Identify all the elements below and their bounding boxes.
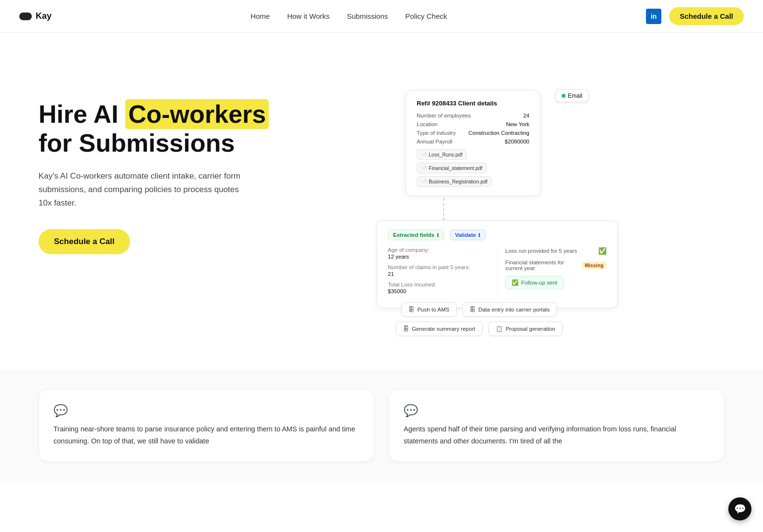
action-row-2: 🗄 Generate summary report 📋 Proposal gen… [396, 322, 563, 336]
validate-col-right: Loss run provided for 5 years ✅ Financia… [497, 247, 606, 299]
hero-section: Hire AI Co-workersfor Submissions Kay's … [0, 33, 763, 370]
testimonials-section: 💬 Training near-shore teams to parse ins… [0, 370, 763, 481]
nav-links: Home How it Works Submissions Policy Che… [250, 12, 447, 20]
hero-title-part1: Hire AI [39, 100, 125, 128]
claims-value: 21 [388, 271, 491, 277]
push-to-ams-button[interactable]: 🗄 Push to AMS [401, 302, 456, 317]
file-icon: 📄 [421, 166, 427, 171]
nav-policy-check[interactable]: Policy Check [405, 12, 447, 20]
extracted-data-grid: Age of company: 12 years Number of claim… [388, 247, 606, 299]
extracted-tag: Extracted fields ℹ [388, 230, 444, 240]
file-loss-runs: 📄 Loss_Runs.pdf [417, 149, 467, 160]
email-label: Email [568, 92, 582, 99]
payroll-label: Annual Payroll [417, 139, 452, 144]
nav-submissions[interactable]: Submissions [347, 12, 388, 20]
data-entry-icon: 🗄 [470, 306, 475, 313]
extracted-tag-label: Extracted fields [393, 232, 434, 238]
payroll-value: $2080000 [505, 139, 529, 144]
industry-label: Type of industry [417, 130, 456, 136]
action-buttons-group: 🗄 Push to AMS 🗄 Data entry into carrier … [396, 302, 563, 336]
hero-content: Hire AI Co-workersfor Submissions Kay's … [39, 71, 270, 254]
linkedin-icon[interactable]: in [646, 9, 661, 24]
proposal-button[interactable]: 📋 Proposal generation [488, 322, 563, 336]
hero-description: Kay's AI Co-workers automate client inta… [39, 169, 241, 210]
data-entry-button[interactable]: 🗄 Data entry into carrier portals [462, 302, 557, 317]
testimonial-chat-icon-2: 💬 [404, 404, 710, 417]
field-employees: Number of employees 24 [417, 113, 529, 118]
total-loss: Total Loss Incurred: $35000 [388, 282, 491, 294]
testimonial-text-2: Agents spend half of their time parsing … [404, 423, 710, 447]
nav-right: in Schedule a Call [646, 7, 744, 25]
claims-count: Number of claims in past 5 years: 21 [388, 264, 491, 277]
logo[interactable]: Kay [19, 11, 52, 21]
followup-badge: ✅ Follow-up sent [505, 276, 564, 289]
location-label: Location [417, 121, 437, 127]
ui-demo: Email Ref# 9208433 Client details Number… [377, 81, 618, 341]
financial-validation: Financial statements for current year: M… [505, 260, 606, 271]
hero-title: Hire AI Co-workersfor Submissions [39, 100, 270, 158]
navigation: Kay Home How it Works Submissions Policy… [0, 0, 763, 33]
extracted-col-left: Age of company: 12 years Number of claim… [388, 247, 497, 299]
testimonial-chat-icon-1: 💬 [53, 404, 359, 417]
schedule-call-hero-button[interactable]: Schedule a Call [39, 229, 130, 254]
testimonial-card-1: 💬 Training near-shore teams to parse ins… [39, 389, 374, 462]
age-of-company: Age of company: 12 years [388, 247, 491, 260]
validate-tag: Validate ℹ [450, 230, 486, 240]
report-icon: 🗄 [403, 325, 409, 332]
file-list: 📄 Loss_Runs.pdf 📄 Financial_statement.pd… [417, 149, 529, 187]
field-location: Location New York [417, 121, 529, 127]
info-icon: ℹ [437, 233, 439, 238]
email-status-dot [562, 94, 566, 98]
employees-label: Number of employees [417, 113, 471, 118]
testimonial-card-2: 💬 Agents spend half of their time parsin… [389, 389, 724, 462]
missing-badge: Missing [582, 261, 606, 269]
file-icon: 📄 [421, 152, 427, 157]
check-followup-icon: ✅ [512, 279, 518, 286]
location-value: New York [506, 121, 529, 127]
data-entry-label: Data entry into carrier portals [478, 307, 550, 312]
file-name: Business_Registration.pdf [429, 179, 487, 184]
ams-icon: 🗄 [408, 306, 414, 313]
client-card-title: Ref# 9208433 Client details [417, 100, 529, 107]
check-icon: ✅ [598, 247, 606, 255]
loss-label: Total Loss Incurred: [388, 282, 491, 287]
action-row-1: 🗄 Push to AMS 🗄 Data entry into carrier … [401, 302, 557, 317]
client-details-card: Ref# 9208433 Client details Number of em… [406, 91, 540, 196]
age-label: Age of company: [388, 247, 491, 253]
nav-home[interactable]: Home [250, 12, 270, 20]
loss-run-label: Loss run provided for 5 years [505, 248, 577, 254]
industry-value: Construction Contracting [468, 130, 529, 136]
file-name: Financial_statement.pdf [429, 165, 482, 171]
field-industry: Type of industry Construction Contractin… [417, 130, 529, 136]
employees-value: 24 [523, 113, 529, 118]
proposal-label: Proposal generation [506, 326, 555, 332]
file-financial: 📄 Financial_statement.pdf [417, 163, 487, 173]
loss-run-validation: Loss run provided for 5 years ✅ [505, 247, 606, 255]
ams-label: Push to AMS [417, 307, 449, 312]
validate-tag-label: Validate [455, 232, 476, 238]
file-name: Loss_Runs.pdf [429, 152, 462, 157]
claims-label: Number of claims in past 5 years: [388, 264, 491, 270]
age-value: 12 years [388, 254, 491, 260]
loss-value: $35000 [388, 288, 491, 294]
card-header: Extracted fields ℹ Validate ℹ [388, 230, 606, 240]
email-button[interactable]: Email [555, 90, 589, 102]
hero-title-part2: for Submissions [39, 129, 235, 157]
logo-text: Kay [36, 11, 52, 21]
info-icon-validate: ℹ [478, 233, 480, 238]
nav-how-it-works[interactable]: How it Works [287, 12, 329, 20]
summary-report-button[interactable]: 🗄 Generate summary report [396, 322, 483, 336]
summary-label: Generate summary report [412, 326, 475, 332]
logo-icon [19, 13, 32, 20]
followup-label: Follow-up sent [521, 280, 557, 285]
extracted-validate-card: Extracted fields ℹ Validate ℹ Age of com… [377, 221, 618, 308]
proposal-icon: 📋 [496, 325, 503, 332]
hero-illustration: Email Ref# 9208433 Client details Number… [270, 71, 724, 341]
financial-label: Financial statements for current year: [505, 260, 582, 271]
testimonial-text-1: Training near-shore teams to parse insur… [53, 423, 359, 447]
file-icon: 📄 [421, 179, 427, 184]
file-registration: 📄 Business_Registration.pdf [417, 176, 492, 187]
schedule-call-nav-button[interactable]: Schedule a Call [669, 7, 744, 25]
hero-title-highlight: Co-workers [125, 99, 269, 129]
field-payroll: Annual Payroll $2080000 [417, 139, 529, 144]
